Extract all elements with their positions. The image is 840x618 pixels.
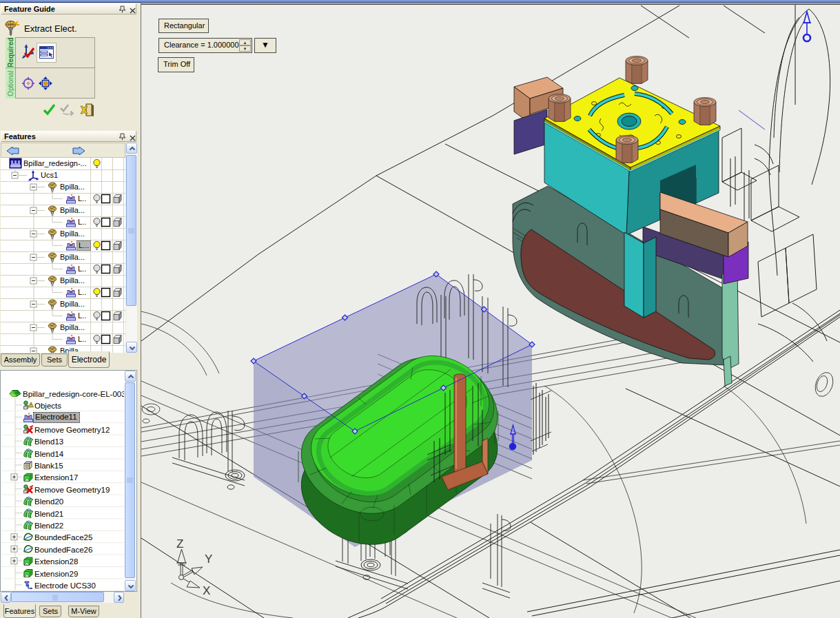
svg-text:X: X xyxy=(203,584,210,597)
svg-text:Y: Y xyxy=(205,553,212,566)
svg-text:Z: Z xyxy=(176,537,183,550)
